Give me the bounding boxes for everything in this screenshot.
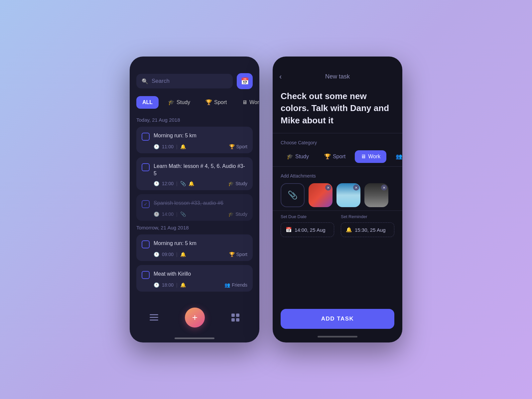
svg-rect-5	[231, 318, 235, 322]
task-header: Meat with Kirillo	[142, 270, 247, 279]
paperclip-icon: 📎	[288, 191, 298, 200]
calendar-small-icon: 📅	[286, 227, 292, 233]
due-date-value: 14:00, 25 Aug	[295, 227, 326, 233]
task-header: Morning run: 5 km	[142, 132, 247, 141]
task-checkbox[interactable]	[142, 133, 150, 141]
svg-rect-4	[236, 314, 239, 317]
task-checkbox[interactable]	[142, 240, 150, 248]
reminder-col: Set Reminder 🔔 15:30, 25 Aug	[341, 214, 394, 237]
search-input-placeholder: Search	[152, 78, 170, 84]
attachments-row: 📎 ✕ ✕ ✕	[281, 183, 394, 207]
bell-icon: 🔔	[189, 181, 194, 186]
grid-button[interactable]	[231, 314, 239, 322]
svg-rect-2	[150, 320, 158, 321]
task-category: 👥 Friends	[224, 282, 247, 288]
clip-icon: 📎	[180, 211, 186, 217]
tab-all[interactable]: ALL	[136, 96, 159, 109]
search-area: Search 📅	[130, 57, 259, 94]
search-input-wrap[interactable]: Search	[136, 74, 233, 88]
home-indicator	[318, 336, 357, 337]
filter-tabs: ALL 🎓 Study 🏆 Sport 🖥 Work	[130, 94, 259, 114]
back-icon: ‹	[279, 72, 282, 81]
attachments-section: Add Attachments 📎 ✕ ✕ ✕	[273, 166, 402, 210]
task-category: 🎓 Study	[228, 211, 247, 217]
bottom-nav: +	[130, 303, 259, 337]
due-date-picker[interactable]: 📅 14:00, 25 Aug	[281, 222, 334, 237]
task-time: 🕐 11:00 | 🔔	[154, 144, 186, 149]
category-icon: 🏆	[229, 252, 235, 257]
sport-icon: 🏆	[205, 99, 212, 105]
work-cat-icon: 🖥	[361, 154, 366, 160]
task-meta: 🕐 12:00 | 📎 🔔 🎓 Study	[142, 181, 247, 186]
svg-rect-0	[150, 314, 158, 315]
attachment-2: ✕	[336, 183, 360, 207]
task-meta: 🕐 14:00 | 📎 🎓 Study	[142, 211, 247, 217]
clock-icon: 🕐	[154, 252, 159, 257]
task-time: 🕐 14:00 | 📎	[154, 211, 186, 217]
task-header: Learn Math: lesson # 4, 5, 6. Audio #3-5	[142, 163, 247, 178]
right-phone-header: ‹ New task	[273, 57, 402, 87]
task-meta: 🕐 11:00 | 🔔 🏆 Sport	[142, 144, 247, 149]
add-attachment-button[interactable]: 📎	[281, 183, 305, 207]
cat-sport[interactable]: 🏆 Sport	[318, 150, 351, 163]
task-category: 🏆 Sport	[229, 252, 247, 257]
task-card[interactable]: Morning run: 5 km 🕐 11:00 | 🔔 🏆 Sport	[136, 127, 253, 153]
tab-work[interactable]: 🖥 Work	[236, 96, 259, 109]
clock-icon: 🕐	[154, 211, 159, 217]
today-label: Today, 21 Aug 2018	[136, 117, 253, 123]
back-button[interactable]: ‹	[279, 72, 282, 81]
task-title: Spanish lesson #33, audio #6	[154, 200, 247, 207]
task-checkbox[interactable]	[142, 163, 150, 171]
cat-study[interactable]: 🎓 Study	[281, 150, 315, 163]
tab-study[interactable]: 🎓 Study	[162, 96, 196, 109]
menu-button[interactable]	[150, 314, 158, 321]
cat-friends[interactable]: 👥 Fri...	[390, 150, 402, 163]
search-icon	[142, 78, 148, 84]
task-card[interactable]: Spanish lesson #33, audio #6 🕐 14:00 | 📎…	[136, 194, 253, 221]
set-due-date-label: Set Due Date	[281, 214, 334, 219]
bell-small-icon: 🔔	[346, 227, 352, 233]
due-date-col: Set Due Date 📅 14:00, 25 Aug	[281, 214, 334, 237]
reminder-picker[interactable]: 🔔 15:30, 25 Aug	[341, 222, 394, 237]
tasks-scroll: Today, 21 Aug 2018 Morning run: 5 km 🕐 1…	[130, 114, 259, 303]
category-icon: 🎓	[228, 181, 234, 186]
svg-rect-1	[150, 317, 158, 318]
task-checkbox[interactable]	[142, 200, 150, 208]
task-title: Morning run: 5 km	[154, 132, 247, 139]
task-title-field[interactable]: Check out some new colors. Talk with Dan…	[273, 87, 402, 133]
friends-cat-icon: 👥	[396, 153, 402, 160]
clock-icon: 🕐	[154, 144, 159, 149]
home-indicator	[175, 337, 214, 339]
study-icon: 🎓	[168, 99, 175, 105]
category-icon: 👥	[224, 282, 230, 288]
add-task-button[interactable]: ADD TASK	[281, 309, 394, 329]
tab-sport[interactable]: 🏆 Sport	[200, 96, 233, 109]
task-card[interactable]: Meat with Kirillo 🕐 18:00 | 🔔 👥 Friends	[136, 265, 253, 292]
attachment-3: ✕	[364, 183, 388, 207]
tomorrow-label: Tomorrow, 21 Aug 2018	[136, 225, 253, 230]
left-phone: Search 📅 ALL 🎓 Study 🏆 Sport 🖥 Work	[130, 57, 259, 342]
calendar-button[interactable]: 📅	[237, 73, 253, 89]
task-meta: 🕐 18:00 | 🔔 👥 Friends	[142, 282, 247, 288]
task-title: Morning run: 5 km	[154, 240, 247, 247]
add-attachments-label: Add Attachments	[281, 170, 394, 179]
add-task-fab[interactable]: +	[185, 308, 205, 328]
attachment-1: ✕	[309, 183, 332, 207]
new-task-title: New task	[325, 73, 350, 80]
svg-rect-3	[231, 314, 235, 317]
task-title: Learn Math: lesson # 4, 5, 6. Audio #3-5	[154, 163, 247, 178]
work-icon: 🖥	[242, 99, 247, 105]
task-checkbox[interactable]	[142, 271, 150, 279]
bell-icon: 🔔	[180, 144, 186, 149]
set-reminder-label: Set Reminder	[341, 214, 394, 219]
clip-icon: 📎	[180, 181, 186, 186]
task-header: Morning run: 5 km	[142, 240, 247, 248]
bell-icon: 🔔	[180, 252, 186, 257]
cat-work[interactable]: 🖥 Work	[355, 150, 386, 163]
task-meta: 🕐 09:00 | 🔔 🏆 Sport	[142, 252, 247, 257]
sport-cat-icon: 🏆	[324, 153, 331, 160]
task-card[interactable]: Learn Math: lesson # 4, 5, 6. Audio #3-5…	[136, 157, 253, 190]
category-section: Choose Category 🎓 Study 🏆 Sport 🖥 Work 👥…	[273, 133, 402, 166]
task-card[interactable]: Morning run: 5 km 🕐 09:00 | 🔔 🏆 Sport	[136, 234, 253, 261]
task-category: 🎓 Study	[228, 181, 247, 186]
